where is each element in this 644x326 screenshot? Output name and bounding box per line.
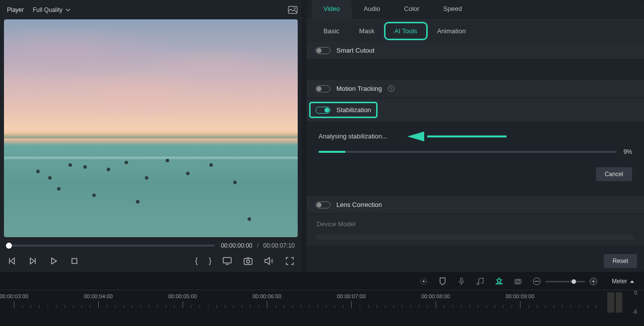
lens-correction-row: Lens Correction: [307, 196, 644, 213]
step-forward-button[interactable]: [28, 256, 38, 266]
stop-button[interactable]: [69, 256, 79, 266]
ruler-label: 00:00:08:00: [421, 293, 450, 299]
analyze-status: Analysing stabilization...: [319, 132, 387, 140]
smart-cutout-row: Smart Cutout: [307, 42, 644, 59]
quality-select[interactable]: Full Quality: [33, 6, 70, 13]
render-icon[interactable]: [419, 277, 428, 286]
fullscreen-button[interactable]: [285, 256, 295, 266]
tab-color[interactable]: Color: [392, 0, 431, 19]
lens-correction-toggle[interactable]: [316, 201, 330, 208]
scrub-bar[interactable]: [7, 245, 215, 247]
timeline-panel: Meter 0 -6 00:00:03:0000:00:04:0000:00:0…: [0, 272, 644, 326]
triangle-up-icon: [630, 280, 634, 283]
reset-button[interactable]: Reset: [604, 254, 637, 268]
image-icon[interactable]: [288, 6, 298, 14]
zoom-out-button[interactable]: [532, 277, 541, 286]
arrow-annotation: [407, 131, 507, 140]
step-back-button[interactable]: [7, 256, 17, 266]
snapshot-button[interactable]: [243, 256, 253, 266]
display-button[interactable]: [222, 256, 232, 266]
video-preview[interactable]: [4, 19, 298, 237]
crop-icon[interactable]: [514, 277, 522, 286]
svg-rect-10: [516, 280, 519, 283]
motion-tracking-row: Motion Tracking ?: [307, 80, 644, 97]
timeline-ruler[interactable]: 0 -6 00:00:03:0000:00:04:0000:00:05:0000…: [0, 290, 644, 315]
stabilization-label: Stabilization: [336, 106, 371, 114]
marker-icon[interactable]: [438, 277, 447, 286]
mark-out-button[interactable]: }: [209, 257, 211, 265]
tab-video[interactable]: Video: [312, 0, 352, 19]
mark-in-button[interactable]: {: [195, 257, 197, 265]
svg-rect-4: [244, 259, 252, 264]
analyze-section: Analysing stabilization... 9% Cancel: [307, 123, 644, 186]
cancel-button[interactable]: Cancel: [596, 167, 632, 181]
svg-rect-8: [460, 278, 462, 282]
play-button[interactable]: [49, 256, 59, 266]
auto-icon[interactable]: [495, 277, 504, 286]
subtab-ai-tools[interactable]: AI Tools: [386, 24, 425, 38]
svg-point-1: [294, 7, 295, 9]
chevron-down-icon: [65, 7, 70, 12]
subtab-basic[interactable]: Basic: [316, 24, 347, 38]
meter-button[interactable]: Meter: [612, 278, 634, 285]
mic-icon[interactable]: [457, 277, 466, 286]
timecode-current: 00:00:00:00: [221, 242, 252, 249]
svg-rect-9: [515, 279, 521, 284]
player-label: Player: [7, 6, 24, 13]
progress-bar: [319, 151, 617, 153]
timecode: 00:00:00:00 / 00:00:07:10: [221, 242, 295, 249]
audio-meter: 0 -6: [607, 290, 637, 315]
smart-cutout-label: Smart Cutout: [336, 47, 375, 54]
tab-audio[interactable]: Audio: [352, 0, 392, 19]
ruler-label: 00:00:09:00: [506, 293, 534, 299]
svg-rect-3: [223, 258, 231, 263]
timecode-duration: 00:00:07:10: [263, 242, 295, 249]
device-model-row: Device Model: [307, 214, 644, 246]
device-model-label: Device Model: [317, 220, 634, 228]
ruler-label: 00:00:06:00: [253, 293, 281, 299]
properties-panel: Video Audio Color Speed Basic Mask AI To…: [307, 0, 644, 272]
svg-rect-2: [72, 259, 77, 263]
ruler-label: 00:00:05:00: [168, 293, 197, 299]
quality-value: Full Quality: [33, 6, 63, 13]
lens-correction-label: Lens Correction: [336, 201, 382, 208]
ruler-label: 00:00:07:00: [337, 293, 366, 299]
ruler-label: 00:00:03:00: [0, 293, 28, 299]
music-icon[interactable]: [476, 277, 485, 286]
zoom-in-button[interactable]: [589, 277, 598, 286]
motion-tracking-label: Motion Tracking: [336, 85, 382, 92]
help-icon[interactable]: ?: [388, 85, 394, 92]
tab-speed[interactable]: Speed: [431, 0, 474, 19]
svg-point-5: [247, 260, 250, 263]
zoom-slider[interactable]: [545, 281, 585, 282]
player-panel: Player Full Quality 00:00:00:00 / 00:00:…: [0, 0, 302, 272]
ruler-label: 00:00:04:00: [84, 293, 113, 299]
svg-point-7: [423, 280, 425, 282]
smart-cutout-toggle[interactable]: [316, 47, 330, 54]
volume-button[interactable]: [264, 256, 274, 266]
stabilization-toggle[interactable]: [316, 107, 330, 114]
progress-percent: 9%: [624, 148, 632, 155]
scrub-thumb[interactable]: [6, 243, 12, 249]
motion-tracking-toggle[interactable]: [316, 85, 330, 92]
subtab-animation[interactable]: Animation: [429, 24, 474, 38]
stabilization-row: Stabilization: [307, 98, 644, 122]
subtab-mask[interactable]: Mask: [351, 24, 383, 38]
